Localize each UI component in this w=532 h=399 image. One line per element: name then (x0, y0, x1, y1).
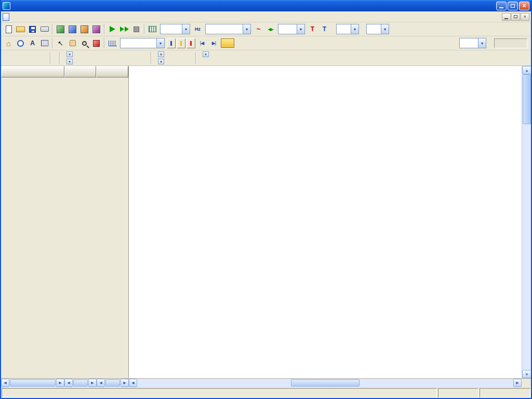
dp-pos-dropdown[interactable]: ▼ (66, 59, 73, 64)
report-button[interactable] (78, 23, 90, 35)
home-button[interactable]: ⌂ (3, 37, 15, 49)
seek-next-button[interactable]: ▶| (208, 37, 220, 49)
bus-setup-icon (57, 25, 64, 33)
menu-window[interactable] (55, 16, 62, 18)
bar-t-button[interactable] (187, 38, 195, 48)
zoom-tool-button[interactable] (78, 37, 90, 49)
ruler-svg[interactable] (129, 66, 522, 77)
menu-help[interactable] (62, 16, 70, 18)
chevron-down-icon[interactable]: ▼ (478, 38, 486, 48)
run-repeat-button[interactable] (118, 23, 130, 35)
chevron-down-icon[interactable]: ▼ (243, 24, 250, 34)
stop-button[interactable] (130, 23, 142, 35)
vertical-scroll-track[interactable] (522, 74, 531, 370)
close-button[interactable]: × (519, 2, 529, 10)
label-button[interactable]: A (26, 37, 38, 49)
chevron-down-icon[interactable]: ▼ (182, 24, 190, 34)
column-header-trigger[interactable] (64, 66, 97, 77)
bar-b-button[interactable] (177, 38, 185, 48)
child-minimize-button[interactable] (502, 13, 511, 21)
bus-button[interactable] (221, 38, 234, 48)
trigger-count-select[interactable]: ▼ (366, 24, 389, 34)
sample-rate-button[interactable]: Hz (192, 23, 204, 35)
export-button[interactable] (66, 23, 78, 35)
scroll-right-button[interactable]: ▶ (513, 379, 522, 387)
vertical-scrollbar[interactable]: ▲ ▼ (522, 66, 531, 378)
scroll-left-button[interactable]: ◀ (129, 379, 137, 387)
menu-data[interactable] (41, 16, 48, 18)
print-button[interactable] (38, 23, 50, 35)
pan-tool-button[interactable] (66, 37, 78, 49)
chevron-down-icon[interactable]: ▼ (297, 24, 304, 34)
time-per-div-select[interactable]: ▼ (120, 38, 165, 48)
scroll-up-button[interactable]: ▲ (522, 66, 531, 74)
menu-file[interactable] (11, 16, 19, 18)
trigger-col-scrollbar[interactable]: ◀ ▶ (64, 379, 97, 388)
trigger-page-select[interactable]: ▼ (336, 24, 359, 34)
a-t-dropdown[interactable]: ▼ (158, 51, 164, 57)
menu-bar: × (1, 11, 531, 22)
scroll-left-button[interactable]: ◀ (97, 379, 105, 387)
child-close-button[interactable]: × (521, 13, 529, 21)
column-header-channel[interactable] (1, 66, 64, 77)
signal-view-button[interactable]: ~ (252, 23, 264, 35)
scroll-right-button[interactable]: ▶ (121, 379, 129, 387)
waveform-svg[interactable] (129, 77, 522, 375)
timer-button[interactable] (15, 37, 26, 49)
grid-button[interactable] (38, 37, 50, 49)
bus-setup-button[interactable] (55, 23, 66, 35)
save-file-button[interactable] (26, 23, 38, 35)
chevron-down-icon[interactable]: ▼ (156, 38, 164, 48)
waveform-scrollbar[interactable]: ◀ ▶ (129, 379, 522, 388)
channel-name-scrollbar[interactable]: ◀ ▶ (1, 379, 64, 388)
select-tool-button[interactable]: ↖ (55, 37, 66, 49)
minimize-button[interactable] (496, 2, 507, 10)
menu-tools[interactable] (48, 16, 55, 18)
memory-depth-button[interactable] (147, 23, 158, 35)
memory-depth-select[interactable]: ▼ (160, 24, 190, 34)
chevron-down-icon[interactable]: ▼ (351, 24, 358, 34)
trigger-mark-blue-button[interactable]: T (318, 23, 330, 35)
waveform-area[interactable] (129, 66, 522, 378)
b-t-dropdown[interactable]: ▼ (158, 59, 164, 64)
menu-signal[interactable] (19, 16, 26, 18)
module-settings-button[interactable] (90, 23, 102, 35)
bar-a-button[interactable] (167, 38, 176, 48)
main-content: ▲ ▼ (1, 66, 531, 378)
ds-pos-dropdown[interactable]: ▼ (66, 51, 73, 57)
vertical-scroll-thumb[interactable] (523, 74, 531, 124)
trigger-mark-red-button[interactable]: T (307, 23, 318, 35)
chevron-down-icon[interactable]: ▼ (381, 24, 389, 34)
sample-rate-select[interactable]: ▼ (205, 24, 251, 34)
scroll-left-button[interactable]: ◀ (64, 379, 73, 387)
bar-blue-icon (170, 41, 172, 46)
seek-prev-button[interactable]: |◀ (196, 37, 208, 49)
time-range-button[interactable] (107, 37, 118, 49)
column-header-filter[interactable] (96, 66, 128, 77)
open-file-button[interactable] (15, 23, 26, 35)
scroll-down-button[interactable]: ▼ (522, 370, 531, 378)
menu-capture[interactable] (33, 16, 41, 18)
scroll-right-button[interactable]: ▶ (56, 379, 64, 387)
new-file-button[interactable] (3, 23, 15, 35)
menu-trigger[interactable] (26, 16, 33, 18)
trigger-ratio-select[interactable]: ▼ (278, 24, 305, 34)
restore-button[interactable] (508, 2, 518, 10)
cursor-icon: ↖ (58, 39, 63, 47)
run-button[interactable] (107, 23, 118, 35)
scroll-thumb[interactable] (73, 379, 88, 387)
document-icon[interactable] (3, 13, 9, 21)
toolbar-view: ⌂ A ↖ ▼ |◀ ▶| ▼ (1, 36, 531, 50)
child-restore-button[interactable] (511, 13, 520, 21)
scroll-thumb[interactable] (10, 379, 56, 387)
waveform-scroll-thumb[interactable] (291, 379, 360, 387)
scroll-right-button[interactable]: ▶ (88, 379, 97, 387)
filter-col-scrollbar[interactable]: ◀ ▶ (97, 379, 129, 388)
marker-tool-button[interactable] (90, 37, 102, 49)
play-repeat-icon (120, 26, 129, 32)
wave-height-select[interactable]: ▼ (459, 38, 486, 48)
scroll-thumb[interactable] (105, 379, 120, 387)
scroll-left-button[interactable]: ◀ (1, 379, 9, 387)
swap-button[interactable]: ◀▶ (264, 23, 276, 35)
a-b-dropdown[interactable]: ▼ (203, 51, 209, 57)
